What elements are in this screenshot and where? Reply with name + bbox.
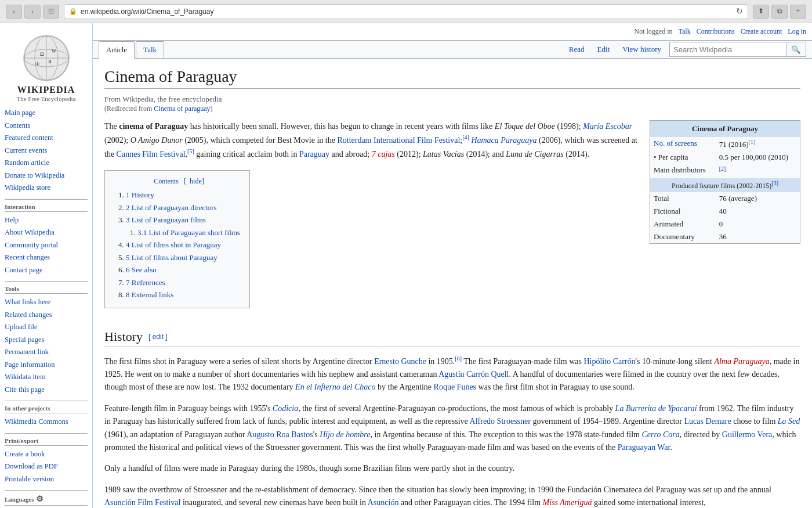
toc-link-5[interactable]: 5 List of films about Paraguay <box>126 253 217 262</box>
sidebar-item-page-info[interactable]: Page information <box>5 359 88 372</box>
browser-chrome: ‹ › ⊡ 🔒 ↻ ⬆ ⧉ + <box>0 0 812 23</box>
infobox-row-screens: No. of screens 71 (2016)[1] <box>650 137 800 151</box>
toc-link-7[interactable]: 7 References <box>126 278 165 287</box>
sidebar-item-download-pdf[interactable]: Download as PDF <box>5 460 88 473</box>
sidebar-item-create-book[interactable]: Create a book <box>5 448 88 461</box>
share-button[interactable]: ⬆ <box>753 5 769 19</box>
sidebar-item-help[interactable]: Help <box>5 214 88 227</box>
sidebar: Ω Я 中 W WIKIPEDIA The Free Encyclopedia … <box>0 23 93 508</box>
link-hijo[interactable]: Hijo de hombre <box>320 430 370 439</box>
sidebar-item-featured[interactable]: Featured content <box>5 132 88 145</box>
reload-button[interactable]: ↻ <box>736 6 743 16</box>
infobox-row-animated: Animated 0 <box>650 218 800 230</box>
toc-hide-link[interactable]: [hide] <box>184 177 204 185</box>
sidebar-item-store[interactable]: Wikipedia store <box>5 182 88 194</box>
sidebar-item-random[interactable]: Random article <box>5 157 88 170</box>
link-stroessner[interactable]: Alfredo Stroessner <box>470 417 531 426</box>
sidebar-item-main-page[interactable]: Main page <box>5 107 88 120</box>
link-cannes[interactable]: Cannes Film Festival <box>117 150 186 158</box>
add-button[interactable]: + <box>790 5 806 19</box>
sidebar-divider-4 <box>5 433 88 434</box>
infobox-row-dist: Main distributors [2] <box>650 164 800 178</box>
sidebar-item-about[interactable]: About Wikipedia <box>5 226 88 239</box>
talk-link[interactable]: Talk <box>679 27 691 36</box>
sidebar-item-upload[interactable]: Upload file <box>5 321 88 334</box>
infobox-total-value: 76 (average) <box>716 192 800 205</box>
redirect-link[interactable]: Cinema of paraguay <box>154 105 210 113</box>
forward-button[interactable]: › <box>24 5 41 19</box>
toc-link-6[interactable]: 6 See also <box>126 265 157 274</box>
link-guillermo-vera[interactable]: Guillermo Vera <box>722 430 772 439</box>
languages-settings-icon[interactable]: ⚙ <box>36 495 44 503</box>
history-edit-button[interactable]: edit <box>153 333 164 341</box>
back-button[interactable]: ‹ <box>6 5 22 19</box>
link-en-el-infierno[interactable]: En el Infierno del Chaco <box>295 383 375 391</box>
link-paraguay[interactable]: Paraguay <box>299 150 329 158</box>
sidebar-item-community[interactable]: Community portal <box>5 239 88 252</box>
link-hamaca[interactable]: Hamaca Paraguaya <box>471 136 536 145</box>
sidebar-item-cite[interactable]: Cite this page <box>5 384 88 397</box>
sidebar-item-donate[interactable]: Donate to Wikipedia <box>5 170 88 182</box>
contributions-link[interactable]: Contributions <box>697 27 735 36</box>
toc-link-1[interactable]: 1 History <box>126 190 154 199</box>
reader-mode-button[interactable]: ⊡ <box>43 5 59 19</box>
link-rotterdam[interactable]: Rotterdam International Film Festival <box>337 136 460 145</box>
link-augusto[interactable]: Augusto Roa Bastos <box>246 430 313 439</box>
toc-item-7: 7 References <box>126 277 240 289</box>
link-la-burrerita[interactable]: La Burrerita de Ypacaraí <box>615 404 697 413</box>
link-ernesto-gunche[interactable]: Ernesto Gunche <box>374 357 426 366</box>
sidebar-item-contact[interactable]: Contact page <box>5 264 88 277</box>
browser-nav-buttons: ‹ › ⊡ <box>6 5 59 19</box>
sidebar-item-contents[interactable]: Contents <box>5 120 88 132</box>
sidebar-item-related-changes[interactable]: Related changes <box>5 309 88 322</box>
create-account-link[interactable]: Create account <box>741 27 782 36</box>
address-bar[interactable] <box>81 8 733 16</box>
action-edit[interactable]: Edit <box>593 41 615 57</box>
tab-talk[interactable]: Talk <box>136 41 164 58</box>
sidebar-item-wikidata[interactable]: Wikidata item <box>5 371 88 384</box>
action-read[interactable]: Read <box>564 41 589 57</box>
link-alma[interactable]: Alma Paraguaya <box>714 357 769 366</box>
link-asuncion[interactable]: Asunción <box>368 498 399 507</box>
link-7cajas[interactable]: 7 cajas <box>372 150 395 158</box>
action-view-history[interactable]: View history <box>618 41 666 57</box>
link-roque-funes[interactable]: Roque Funes <box>434 383 477 391</box>
toc-link-3-1[interactable]: 3.1 List of Paraguayan short films <box>137 228 240 237</box>
search-input[interactable] <box>670 44 786 55</box>
article-subtitle: From Wikipedia, the free encyclopedia (R… <box>104 95 800 113</box>
link-miss-amerigua[interactable]: Miss Ameriguá <box>543 498 592 507</box>
infobox-screens-label: No. of screens <box>650 137 716 151</box>
new-tab-button[interactable]: ⧉ <box>771 5 788 19</box>
link-lucas-demare[interactable]: Lucas Demare <box>684 417 731 426</box>
link-maria-escobar[interactable]: María Escobar <box>583 122 632 131</box>
sidebar-item-what-links[interactable]: What links here <box>5 296 88 309</box>
infobox-title: Cinema of Paraguay <box>650 121 800 137</box>
sidebar-other-projects: In other projects Wikimedia Commons <box>5 405 88 428</box>
link-paraguayan-war[interactable]: Paraguayan War <box>618 443 670 452</box>
toc-link-4[interactable]: 4 List of films shot in Paraguay <box>126 240 221 249</box>
toc-item-1: 1 History <box>126 189 240 201</box>
toc-link-3[interactable]: 3 List of Paraguayan films <box>126 215 206 224</box>
infobox-table: No. of screens 71 (2016)[1] • Per capita… <box>650 137 800 243</box>
search-button[interactable]: 🔍 <box>786 43 806 56</box>
sidebar-item-wikimedia[interactable]: Wikimedia Commons <box>5 416 88 428</box>
infobox-produced-header: Produced feature films (2002-2015)[3] <box>650 178 800 192</box>
link-codicia[interactable]: Codicia <box>273 404 298 413</box>
sidebar-item-recent-changes[interactable]: Recent changes <box>5 251 88 264</box>
log-in-link[interactable]: Log in <box>788 27 806 36</box>
sidebar-item-permanent[interactable]: Permanent link <box>5 346 88 359</box>
tab-article[interactable]: Article <box>99 41 135 59</box>
sidebar-languages: Languages ⚙ العربية Español <box>5 494 88 508</box>
link-cerro-cora[interactable]: Cerro Cora <box>642 430 680 439</box>
sidebar-item-special[interactable]: Special pages <box>5 334 88 347</box>
link-hipolito[interactable]: Hipólito Carrón <box>583 357 635 366</box>
sidebar-item-current-events[interactable]: Current events <box>5 145 88 157</box>
link-asuncion-festival[interactable]: Asunción Film Festival <box>104 498 180 507</box>
link-agustin[interactable]: Agustín Carrón Quell <box>438 370 509 379</box>
toc-link-2[interactable]: 2 List of Paraguayan directors <box>126 203 217 212</box>
link-la-sed[interactable]: La Sed <box>778 417 800 426</box>
sidebar-item-printable[interactable]: Printable version <box>5 473 88 486</box>
tab-actions: Read Edit View history 🔍 <box>564 41 806 58</box>
toc-link-8[interactable]: 8 External links <box>126 290 173 299</box>
browser-right-buttons: ⬆ ⧉ + <box>753 5 806 19</box>
